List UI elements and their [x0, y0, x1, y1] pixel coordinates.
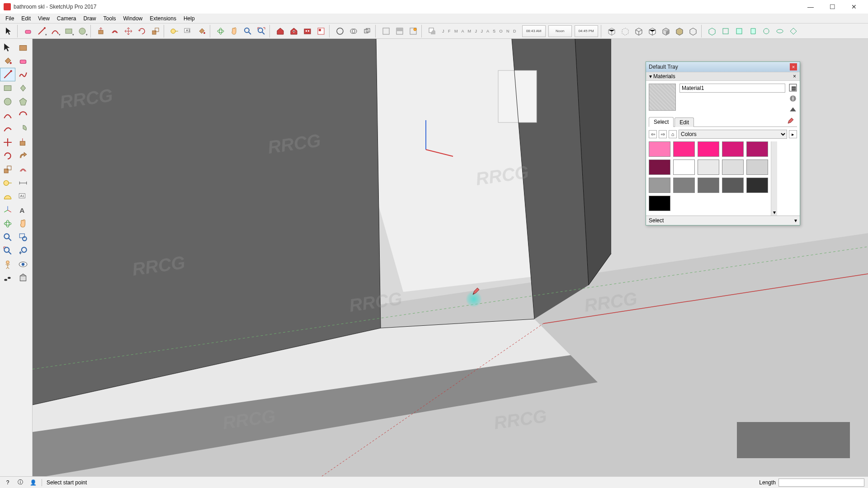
- materials-select-row[interactable]: Select ▾: [646, 216, 800, 225]
- color-swatch[interactable]: [673, 178, 695, 193]
- pie-icon[interactable]: [15, 122, 31, 136]
- tray-titlebar[interactable]: Default Tray ×: [646, 62, 800, 72]
- pan-icon[interactable]: [228, 25, 241, 38]
- month-strip[interactable]: J F M A M J J A S O N D: [439, 25, 520, 37]
- materials-panel-header[interactable]: ▾ Materials ×: [646, 72, 800, 81]
- style-hidden-line-icon[interactable]: [646, 25, 659, 38]
- default-tray[interactable]: Default Tray × ▾ Materials × ▦ Select Ed…: [646, 61, 800, 225]
- color-swatch[interactable]: [649, 160, 670, 175]
- time-morning[interactable]: 08:43 AM: [522, 25, 546, 37]
- menu-extensions[interactable]: Extensions: [146, 14, 180, 23]
- text-tool-icon[interactable]: A1: [182, 25, 194, 38]
- style-xray-icon[interactable]: [605, 25, 618, 38]
- create-material-icon[interactable]: ▦: [789, 84, 797, 92]
- rectangle-tool-icon[interactable]: ▾: [62, 25, 75, 38]
- paint-bucket-icon-2[interactable]: [0, 54, 15, 68]
- position-camera-icon[interactable]: [0, 258, 15, 271]
- orbit-icon-2[interactable]: [0, 217, 15, 230]
- materials-home-button[interactable]: ⌂: [669, 130, 677, 138]
- style-shaded-textures-icon[interactable]: [673, 25, 686, 38]
- materials-library-select[interactable]: Colors: [679, 130, 787, 139]
- zoom-extents-icon[interactable]: [255, 25, 268, 38]
- zoom-previous-icon[interactable]: [15, 244, 31, 258]
- menu-file[interactable]: File: [2, 14, 18, 23]
- time-afternoon[interactable]: 04:45 PM: [575, 25, 598, 37]
- collapse-arrow-icon[interactable]: ▾: [648, 73, 653, 80]
- zoom-extents-icon-2[interactable]: [0, 244, 15, 258]
- zoom-window-icon[interactable]: [15, 230, 31, 244]
- color-swatch[interactable]: [746, 178, 768, 193]
- color-swatch[interactable]: [673, 160, 695, 175]
- orbit-icon[interactable]: [214, 25, 227, 38]
- measurement-input[interactable]: [778, 479, 864, 487]
- offset-icon[interactable]: [108, 25, 121, 38]
- warehouse-icon[interactable]: [274, 25, 287, 38]
- style-monochrome-icon[interactable]: [687, 25, 699, 38]
- menu-tools[interactable]: Tools: [100, 14, 120, 23]
- camera-iso-icon[interactable]: [706, 25, 718, 38]
- rotated-rect-icon[interactable]: [15, 81, 31, 95]
- materials-select-dropdown-icon[interactable]: ▾: [794, 217, 797, 224]
- camera-bottom-icon[interactable]: [787, 25, 800, 38]
- circle-tool-icon[interactable]: ▾: [76, 25, 89, 38]
- protractor-icon[interactable]: [0, 190, 15, 203]
- color-swatch[interactable]: [722, 141, 744, 157]
- zoom-icon-2[interactable]: [0, 230, 15, 244]
- section-cut-icon[interactable]: [393, 25, 406, 38]
- scale-icon-2[interactable]: [0, 163, 15, 176]
- 2pt-arc-icon[interactable]: [15, 108, 31, 122]
- freehand-icon[interactable]: [15, 68, 31, 81]
- tape-measure-icon[interactable]: [168, 25, 181, 38]
- camera-front-icon[interactable]: [733, 25, 745, 38]
- minimize-button[interactable]: —: [800, 0, 821, 14]
- style-back-edges-icon[interactable]: [619, 25, 632, 38]
- text-label-icon[interactable]: A1: [15, 190, 31, 203]
- solid-outer-shell-icon[interactable]: [334, 25, 346, 38]
- material-preview-swatch[interactable]: [649, 84, 676, 111]
- polygon-icon[interactable]: [15, 95, 31, 108]
- materials-scrollbar[interactable]: ▾: [771, 141, 777, 216]
- style-shaded-icon[interactable]: [660, 25, 672, 38]
- shadows-toggle-icon[interactable]: [426, 25, 439, 38]
- material-name-input[interactable]: [679, 84, 785, 93]
- offset-icon-2[interactable]: [15, 163, 31, 176]
- dimension-icon[interactable]: [15, 176, 31, 190]
- status-help-icon[interactable]: ?: [4, 479, 12, 487]
- tray-close-button[interactable]: ×: [790, 63, 797, 70]
- select-icon[interactable]: [0, 41, 15, 54]
- pan-icon-2[interactable]: [15, 217, 31, 230]
- materials-back-button[interactable]: ⇦: [649, 130, 657, 138]
- line-tool-icon[interactable]: ▾: [35, 25, 48, 38]
- circle-icon-2[interactable]: [0, 95, 15, 108]
- camera-top-icon[interactable]: [719, 25, 732, 38]
- color-swatch[interactable]: [698, 141, 719, 157]
- menu-draw[interactable]: Draw: [80, 14, 100, 23]
- materials-panel-close-button[interactable]: ×: [791, 73, 798, 80]
- follow-me-icon[interactable]: [15, 149, 31, 163]
- solid-union-icon[interactable]: [361, 25, 373, 38]
- materials-forward-button[interactable]: ⇨: [659, 130, 667, 138]
- color-swatch[interactable]: [649, 178, 670, 193]
- walk-icon[interactable]: [0, 271, 15, 285]
- menu-help[interactable]: Help: [180, 14, 198, 23]
- camera-back-icon[interactable]: [760, 25, 773, 38]
- zoom-icon[interactable]: [241, 25, 254, 38]
- move-icon[interactable]: [122, 25, 135, 38]
- 3d-text-icon[interactable]: A: [15, 203, 31, 217]
- warehouse-upload-icon[interactable]: [288, 25, 300, 38]
- color-swatch[interactable]: [649, 141, 670, 157]
- display-secondary-pane-icon[interactable]: [789, 105, 797, 113]
- move-icon-2[interactable]: [0, 136, 15, 149]
- rectangle-icon-2[interactable]: [0, 81, 15, 95]
- materials-details-button[interactable]: ▸: [789, 130, 797, 138]
- solid-intersect-icon[interactable]: [347, 25, 360, 38]
- time-noon[interactable]: Noon: [548, 25, 572, 37]
- sample-paint-icon[interactable]: [784, 116, 797, 127]
- color-swatch[interactable]: [698, 178, 719, 193]
- select-tool-icon[interactable]: [3, 25, 15, 38]
- menu-edit[interactable]: Edit: [18, 14, 34, 23]
- color-swatch[interactable]: [722, 178, 744, 193]
- color-swatch[interactable]: [698, 160, 719, 175]
- arc-icon-2[interactable]: [0, 108, 15, 122]
- color-swatch[interactable]: [649, 196, 670, 211]
